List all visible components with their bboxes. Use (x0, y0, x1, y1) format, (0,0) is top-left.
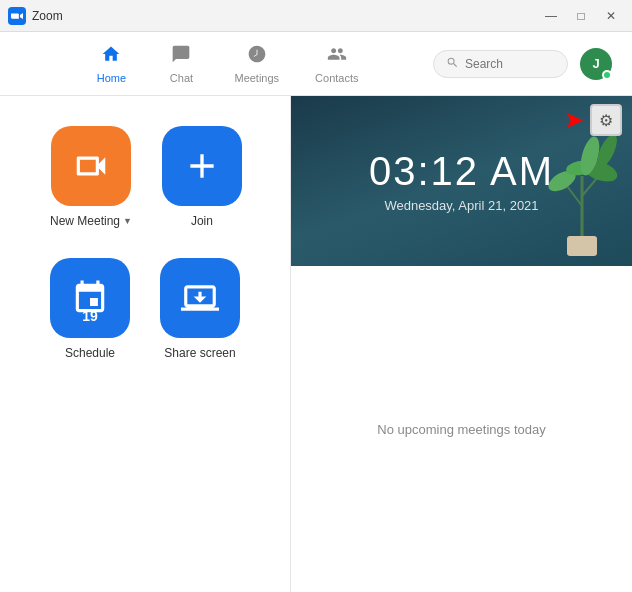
share-screen-label: Share screen (164, 346, 235, 360)
close-button[interactable]: ✕ (598, 6, 624, 26)
new-meeting-label: New Meeting ▼ (50, 214, 132, 228)
schedule-button[interactable]: 19 (50, 258, 130, 338)
join-button[interactable] (162, 126, 242, 206)
svg-line-4 (582, 178, 597, 196)
title-bar-left: Zoom (8, 7, 63, 25)
action-row-1: New Meeting ▼ Join (50, 126, 260, 228)
share-screen-action[interactable]: Share screen (160, 258, 240, 360)
new-meeting-button[interactable] (51, 126, 131, 206)
home-icon (101, 44, 121, 69)
calendar-date-number: 19 (82, 308, 98, 324)
action-row-2: 19 Schedule Share screen (50, 258, 260, 360)
svg-line-3 (567, 186, 582, 206)
share-screen-button[interactable] (160, 258, 240, 338)
no-meetings-message: No upcoming meetings today (377, 422, 545, 437)
nav-tabs: Home Chat Meetings (20, 36, 433, 92)
chat-icon (171, 44, 191, 69)
main-content: New Meeting ▼ Join (0, 96, 632, 592)
title-bar: Zoom — □ ✕ (0, 0, 632, 32)
tab-contacts-label: Contacts (315, 72, 358, 84)
svg-rect-1 (567, 236, 597, 256)
clock-time: 03:12 AM (369, 149, 554, 194)
search-icon (446, 55, 459, 73)
share-screen-icon (181, 279, 219, 317)
avatar[interactable]: J (580, 48, 612, 80)
tab-home[interactable]: Home (76, 36, 146, 92)
join-action[interactable]: Join (162, 126, 242, 228)
tab-contacts[interactable]: Contacts (297, 36, 376, 92)
left-panel: New Meeting ▼ Join (0, 96, 290, 592)
join-label: Join (191, 214, 213, 228)
tab-home-label: Home (97, 72, 126, 84)
clock-date: Wednesday, April 21, 2021 (384, 198, 538, 213)
tab-chat-label: Chat (170, 72, 193, 84)
new-meeting-action[interactable]: New Meeting ▼ (50, 126, 132, 228)
settings-button[interactable]: ⚙ (590, 104, 622, 136)
right-panel: 03:12 AM Wednesday, April 21, 2021 No up… (290, 96, 632, 592)
dropdown-arrow-icon: ▼ (123, 216, 132, 226)
nav-bar: Home Chat Meetings (0, 32, 632, 96)
title-bar-title: Zoom (32, 9, 63, 23)
schedule-action[interactable]: 19 Schedule (50, 258, 130, 360)
meetings-icon (247, 44, 267, 69)
search-bar[interactable] (433, 50, 568, 78)
zoom-logo-icon (8, 7, 26, 25)
search-input[interactable] (465, 57, 555, 71)
maximize-button[interactable]: □ (568, 6, 594, 26)
settings-area: ➤ ⚙ (554, 96, 632, 144)
contacts-icon (327, 44, 347, 69)
tab-meetings-label: Meetings (234, 72, 279, 84)
video-camera-icon (72, 147, 110, 185)
plus-icon (182, 146, 222, 186)
minimize-button[interactable]: — (538, 6, 564, 26)
tab-meetings[interactable]: Meetings (216, 36, 297, 92)
online-status-dot (602, 70, 612, 80)
arrow-pointing-right-icon: ➤ (564, 108, 584, 132)
meetings-area: No upcoming meetings today (291, 266, 632, 592)
title-bar-controls: — □ ✕ (538, 6, 624, 26)
tab-chat[interactable]: Chat (146, 36, 216, 92)
schedule-label: Schedule (65, 346, 115, 360)
